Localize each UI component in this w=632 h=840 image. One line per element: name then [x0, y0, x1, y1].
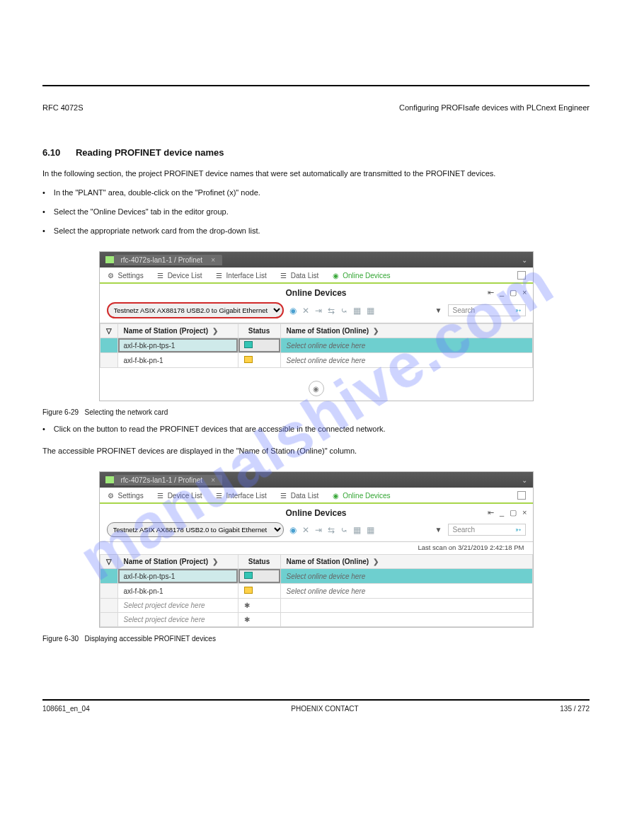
- close-panel-icon[interactable]: ×: [522, 288, 527, 297]
- link-icon[interactable]: ⇆: [328, 525, 335, 535]
- column-project[interactable]: Name of Station (Project)❯: [117, 324, 238, 338]
- close-icon[interactable]: ×: [211, 256, 215, 264]
- pin-icon[interactable]: ⇤: [488, 508, 494, 517]
- minimize-icon[interactable]: _: [500, 508, 504, 517]
- table-row[interactable]: Select project device here✱: [100, 599, 532, 613]
- figure-1-caption: Figure 6-29 Selecting the network card: [42, 408, 590, 416]
- network-card-dropdown[interactable]: Testnetz ASIX AX88178 USB2.0 to Gigabit …: [107, 522, 284, 537]
- network-card-select[interactable]: Testnetz ASIX AX88178 USB2.0 to Gigabit …: [107, 302, 284, 318]
- unlink-icon[interactable]: ⤿: [340, 525, 347, 535]
- project-name-cell[interactable]: axl-f-bk-pn-1: [117, 584, 238, 599]
- column-project[interactable]: Name of Station (Project)❯: [117, 555, 238, 569]
- project-name-cell[interactable]: axl-f-bk-pn-tps-1: [117, 338, 238, 353]
- tab-data-list[interactable]: ☰Data List: [280, 491, 318, 500]
- link-icon[interactable]: ⇆: [328, 306, 335, 316]
- maximize-icon[interactable]: [517, 271, 526, 280]
- column-online[interactable]: Name of Station (Online)❯: [280, 324, 532, 338]
- project-name-cell[interactable]: Select project device here: [117, 613, 238, 627]
- tab-data-list[interactable]: ☰Data List: [280, 271, 318, 280]
- table-row[interactable]: axl-f-bk-pn-tps-1Select online device he…: [100, 569, 532, 584]
- status-cell: ✱: [238, 613, 280, 627]
- table-row[interactable]: axl-f-bk-pn-tps-1Select online device he…: [100, 338, 532, 353]
- header-right-tool: PLCnext Engineer: [527, 103, 590, 112]
- minimize-icon[interactable]: _: [500, 288, 504, 297]
- search-placeholder: Search: [453, 306, 476, 314]
- svg-rect-1: [105, 476, 114, 483]
- tab-device-list[interactable]: ☰Device List: [156, 271, 202, 280]
- tab-interface-list[interactable]: ☰Interface List: [215, 491, 267, 500]
- close-panel-icon[interactable]: ×: [522, 508, 527, 517]
- profinet-icon: [105, 476, 114, 484]
- panel-title: Online Devices: [285, 288, 346, 298]
- online-name-cell[interactable]: Select online device here: [280, 353, 532, 368]
- table-row[interactable]: Select project device here✱: [100, 613, 532, 627]
- row-handle: [100, 613, 117, 627]
- project-name-cell[interactable]: axl-f-bk-pn-tps-1: [117, 569, 238, 584]
- assign-icon[interactable]: ⇥: [315, 306, 322, 316]
- step-1: •In the "PLANT" area, double-click on th…: [42, 187, 590, 199]
- filter-column-icon[interactable]: ▽: [100, 555, 117, 569]
- column-online[interactable]: Name of Station (Online)❯: [280, 555, 532, 569]
- reset-icon[interactable]: ▦: [367, 306, 374, 316]
- online-name-cell[interactable]: Select online device here: [280, 338, 532, 353]
- maximize-icon[interactable]: [517, 491, 526, 500]
- toolbar: Testnetz ASIX AX88178 USB2.0 to Gigabit …: [100, 519, 533, 542]
- project-name-cell[interactable]: Select project device here: [117, 599, 238, 613]
- expand-icon[interactable]: ⌄: [522, 256, 527, 264]
- column-status[interactable]: Status: [238, 555, 280, 569]
- filter-icon[interactable]: ▼: [435, 526, 442, 534]
- expand-icon[interactable]: ⌄: [522, 476, 527, 484]
- table-row[interactable]: axl-f-bk-pn-1Select online device here: [100, 353, 532, 368]
- filter-column-icon[interactable]: ▽: [100, 324, 117, 338]
- tab-online-devices[interactable]: ◉Online Devices: [331, 271, 390, 280]
- editor-tab-label: rfc-4072s-lan1-1 / Profinet: [121, 476, 203, 484]
- reset-icon[interactable]: ▦: [367, 525, 374, 535]
- online-name-cell[interactable]: [280, 599, 532, 613]
- delete-icon[interactable]: ✕: [302, 525, 309, 535]
- tab-interface-list[interactable]: ☰Interface List: [215, 271, 267, 280]
- tab-online-devices[interactable]: ◉Online Devices: [331, 491, 390, 500]
- online-icon: ◉: [331, 271, 340, 280]
- section-title: Reading PROFINET device names: [76, 147, 224, 158]
- tab-device-list[interactable]: ☰Device List: [156, 491, 202, 500]
- search-input[interactable]: Search ➳: [448, 524, 526, 536]
- restore-icon[interactable]: ▢: [510, 508, 517, 517]
- assign-icon[interactable]: ⇥: [315, 525, 322, 535]
- pin-icon[interactable]: ⇤: [488, 288, 494, 297]
- search-go-icon[interactable]: ➳: [515, 526, 521, 534]
- search-input[interactable]: Search ➳: [448, 304, 526, 316]
- footer-center: PHOENIX CONTACT: [291, 705, 358, 713]
- scan-icon[interactable]: ◉: [289, 306, 297, 316]
- table-row[interactable]: axl-f-bk-pn-1Select online device here: [100, 584, 532, 599]
- editor-tab[interactable]: rfc-4072s-lan1-1 / Profinet ×: [114, 475, 222, 485]
- scan-button[interactable]: ◉: [309, 381, 324, 396]
- grid-body-2: axl-f-bk-pn-tps-1Select online device he…: [100, 569, 532, 627]
- scan-icon[interactable]: ◉: [289, 525, 297, 535]
- device-grid: ▽ Name of Station (Project)❯ Status Name…: [100, 323, 533, 368]
- restore-icon[interactable]: ▢: [510, 288, 517, 297]
- filter-icon[interactable]: ▼: [435, 306, 442, 314]
- footer-right: 135 / 272: [560, 705, 590, 713]
- online-name-cell[interactable]: [280, 613, 532, 627]
- row-handle: [100, 569, 117, 584]
- header-right: Configuring PROFIsafe devices with PLCne…: [399, 103, 590, 112]
- ident-icon[interactable]: ▦: [353, 306, 361, 316]
- project-name-cell[interactable]: axl-f-bk-pn-1: [117, 353, 238, 368]
- online-name-cell[interactable]: Select online device here: [280, 569, 532, 584]
- network-card-dropdown[interactable]: Testnetz ASIX AX88178 USB2.0 to Gigabit …: [107, 302, 284, 318]
- last-scan-label: Last scan on 3/21/2019 2:42:18 PM: [100, 542, 533, 554]
- tab-settings[interactable]: ⚙Settings: [107, 491, 144, 500]
- column-status[interactable]: Status: [238, 324, 280, 338]
- ident-icon[interactable]: ▦: [353, 525, 361, 535]
- online-name-cell[interactable]: Select online device here: [280, 584, 532, 599]
- settings-icon: ⚙: [107, 491, 115, 500]
- close-icon[interactable]: ×: [211, 476, 215, 484]
- search-go-icon[interactable]: ➳: [515, 306, 521, 314]
- tab-settings[interactable]: ⚙Settings: [107, 271, 144, 280]
- editor-tab[interactable]: rfc-4072s-lan1-1 / Profinet ×: [114, 255, 222, 265]
- figure-2-caption: Figure 6-30 Displaying accessible PROFIN…: [42, 635, 590, 643]
- delete-icon[interactable]: ✕: [302, 306, 309, 316]
- unlink-icon[interactable]: ⤿: [340, 306, 347, 316]
- network-card-select[interactable]: Testnetz ASIX AX88178 USB2.0 to Gigabit …: [107, 522, 284, 537]
- step-4: •Click on the button to read the PROFINE…: [42, 423, 590, 435]
